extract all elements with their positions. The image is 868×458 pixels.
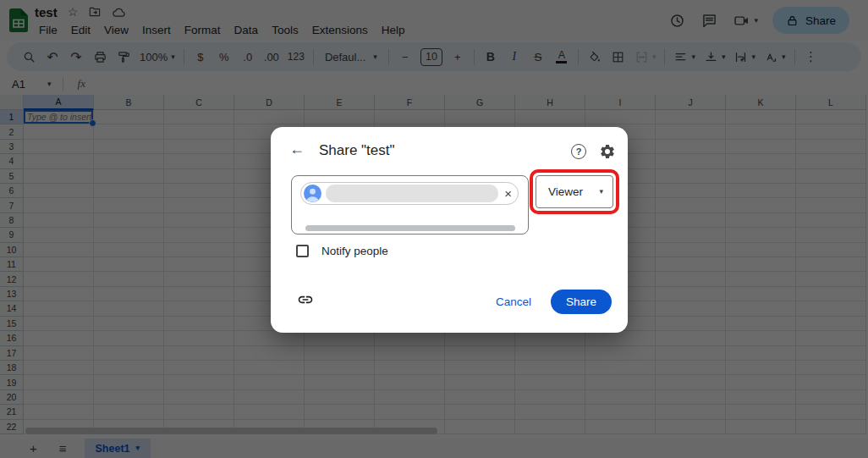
settings-gear-icon[interactable] — [599, 143, 616, 160]
permission-caret-icon: ▾ — [599, 188, 603, 196]
remove-recipient-icon[interactable]: × — [504, 187, 512, 200]
cancel-button[interactable]: Cancel — [496, 295, 531, 308]
chip-scrollbar[interactable] — [305, 225, 515, 231]
copy-link-icon[interactable] — [297, 291, 314, 308]
share-dialog-title: Share "test" — [319, 142, 395, 159]
recipient-chip[interactable]: × — [300, 182, 519, 205]
help-icon[interactable]: ? — [571, 144, 586, 159]
notify-people-label: Notify people — [321, 245, 388, 257]
notify-people-row: Notify people — [296, 245, 388, 257]
notify-people-checkbox[interactable] — [296, 245, 309, 257]
back-icon[interactable]: ← — [289, 141, 305, 158]
share-dialog: ← Share "test" ? × Viewer ▾ Notify peopl… — [271, 127, 628, 333]
recipient-name-redacted — [326, 185, 498, 202]
dialog-share-button[interactable]: Share — [551, 290, 612, 314]
permission-value: Viewer — [548, 185, 583, 198]
permission-dropdown[interactable]: Viewer ▾ — [536, 175, 613, 208]
avatar — [304, 185, 321, 202]
add-people-input[interactable]: × — [291, 175, 529, 235]
